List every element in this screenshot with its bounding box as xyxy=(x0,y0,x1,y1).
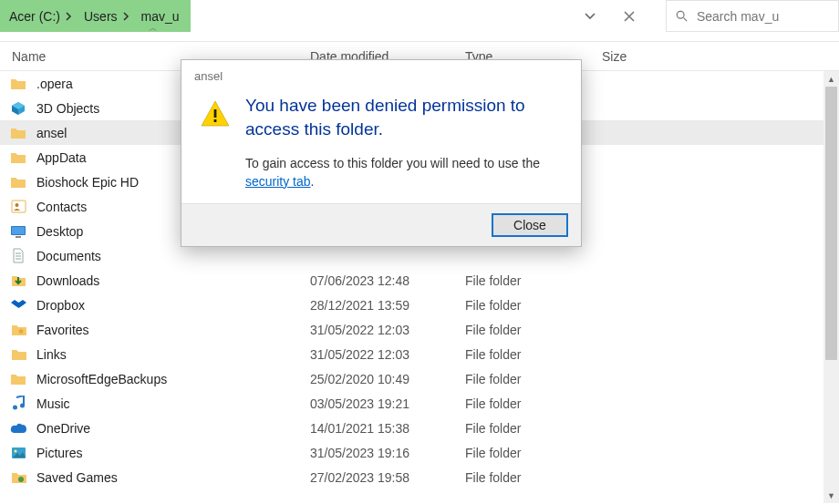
table-row[interactable]: Downloads07/06/2023 12:48File folder xyxy=(0,268,839,293)
address-gap[interactable] xyxy=(191,0,571,32)
folder-icon xyxy=(0,470,36,484)
dialog-text: You have been denied permission to acces… xyxy=(245,94,563,190)
folder-icon xyxy=(0,273,36,288)
svg-rect-1 xyxy=(12,201,26,212)
file-date: 25/02/2020 10:49 xyxy=(301,372,465,386)
file-date: 31/05/2022 12:03 xyxy=(301,347,465,362)
file-date: 31/05/2023 19:16 xyxy=(301,446,465,460)
table-row[interactable]: Pictures31/05/2023 19:16File folder xyxy=(0,440,839,465)
dialog-body: You have been denied permission to acces… xyxy=(181,90,581,203)
file-name: Documents xyxy=(36,249,301,263)
dialog-msg-post: . xyxy=(311,174,315,189)
scroll-down-button[interactable]: ▼ xyxy=(823,488,839,503)
breadcrumb-item[interactable]: Acer (C:) xyxy=(4,0,78,32)
permission-denied-dialog: ansel You have been denied permission to… xyxy=(181,59,582,247)
warning-icon xyxy=(200,94,231,190)
dialog-footer: Close xyxy=(181,203,581,246)
folder-icon xyxy=(0,126,36,139)
svg-point-6 xyxy=(13,406,17,410)
file-name: MicrosoftEdgeBackups xyxy=(36,372,301,386)
table-row[interactable]: Favorites31/05/2022 12:03File folder xyxy=(0,317,839,342)
file-type: File folder xyxy=(465,298,602,313)
file-name: OneDrive xyxy=(36,421,301,436)
table-row[interactable]: Dropbox28/12/2021 13:59File folder xyxy=(0,293,839,317)
folder-icon xyxy=(0,447,36,459)
table-row[interactable]: OneDrive14/01/2021 15:38File folder xyxy=(0,416,839,440)
table-row[interactable]: Saved Games27/02/2023 19:58File folder xyxy=(0,465,839,489)
scroll-thumb[interactable] xyxy=(825,87,837,360)
svg-point-10 xyxy=(18,477,24,482)
column-header-size[interactable]: Size xyxy=(602,49,693,64)
file-name: Links xyxy=(36,347,301,362)
scrollbar[interactable]: ▲ ▼ xyxy=(823,71,839,503)
table-row[interactable]: MicrosoftEdgeBackups25/02/2020 10:49File… xyxy=(0,366,839,391)
dialog-message: To gain access to this folder you will n… xyxy=(245,155,563,190)
search-box[interactable] xyxy=(666,0,839,32)
file-date: 28/12/2021 13:59 xyxy=(301,298,465,313)
dialog-title: ansel xyxy=(181,60,581,90)
file-type: File folder xyxy=(465,372,602,386)
folder-icon xyxy=(0,150,36,164)
folder-icon xyxy=(0,298,36,312)
history-dropdown-button[interactable] xyxy=(571,0,609,32)
breadcrumb-label: Users xyxy=(84,9,118,24)
chevron-right-icon xyxy=(66,12,73,21)
file-type: File folder xyxy=(465,323,602,337)
file-date: 27/02/2023 19:58 xyxy=(301,470,465,485)
clear-address-button[interactable] xyxy=(609,0,649,32)
close-icon xyxy=(624,11,635,22)
close-button[interactable]: Close xyxy=(492,213,568,237)
svg-rect-4 xyxy=(12,227,25,234)
chevron-down-icon xyxy=(585,13,596,20)
file-date: 14/01/2021 15:38 xyxy=(301,421,465,436)
folder-icon xyxy=(0,248,36,263)
file-date: 07/06/2023 12:48 xyxy=(301,273,465,288)
file-name: Dropbox xyxy=(36,298,301,313)
breadcrumb-item[interactable]: Users xyxy=(78,0,136,32)
chevron-right-icon xyxy=(123,12,130,21)
breadcrumb-label: mav_u xyxy=(141,9,180,24)
file-date: 03/05/2023 19:21 xyxy=(301,396,465,411)
scroll-up-button[interactable]: ▲ xyxy=(823,71,839,87)
folder-icon xyxy=(0,372,36,386)
svg-point-2 xyxy=(15,203,18,207)
breadcrumb-item[interactable]: mav_u xyxy=(136,0,185,32)
file-type: File folder xyxy=(465,446,602,460)
folder-icon xyxy=(0,323,36,337)
file-name: Favorites xyxy=(36,323,301,337)
file-type: File folder xyxy=(465,421,602,436)
folder-icon xyxy=(0,101,36,116)
file-name: Downloads xyxy=(36,273,301,288)
svg-point-7 xyxy=(20,404,25,408)
folder-icon xyxy=(0,175,36,189)
breadcrumb[interactable]: Acer (C:) Users mav_u xyxy=(0,0,191,32)
file-name: Pictures xyxy=(36,446,301,460)
svg-point-0 xyxy=(677,11,684,18)
folder-icon xyxy=(0,423,36,434)
chevron-up-icon[interactable]: ︿ xyxy=(149,22,158,35)
table-row[interactable]: Links31/05/2022 12:03File folder xyxy=(0,342,839,366)
file-name: Saved Games xyxy=(36,470,301,485)
folder-icon xyxy=(0,396,36,411)
svg-rect-11 xyxy=(214,109,217,118)
search-input[interactable] xyxy=(697,9,829,24)
file-type: File folder xyxy=(465,470,602,485)
svg-rect-5 xyxy=(16,236,21,238)
dialog-msg-pre: To gain access to this folder you will n… xyxy=(245,156,540,170)
search-icon xyxy=(676,9,688,23)
table-row[interactable]: Music03/05/2023 19:21File folder xyxy=(0,391,839,416)
divider: ︿ xyxy=(0,32,839,42)
folder-icon xyxy=(0,347,36,361)
breadcrumb-label: Acer (C:) xyxy=(9,9,60,24)
file-type: File folder xyxy=(465,273,602,288)
top-controls xyxy=(571,0,839,32)
dialog-heading: You have been denied permission to acces… xyxy=(245,94,563,140)
folder-icon xyxy=(0,225,36,238)
folder-icon xyxy=(0,77,36,90)
file-name: Music xyxy=(36,396,301,411)
file-date: 31/05/2022 12:03 xyxy=(301,323,465,337)
svg-rect-12 xyxy=(214,119,217,122)
file-type: File folder xyxy=(465,347,602,362)
security-tab-link[interactable]: security tab xyxy=(245,174,311,189)
file-type: File folder xyxy=(465,396,602,411)
